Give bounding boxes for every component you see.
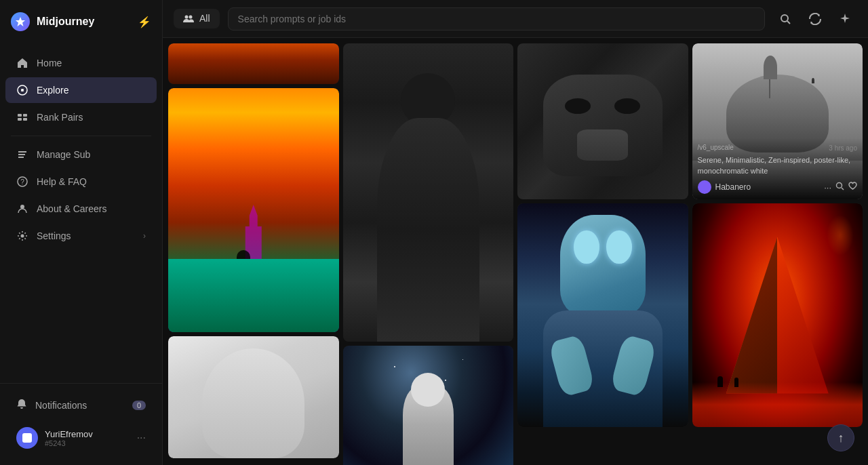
masonry-grid: /v6_upscale 3 hrs ago Serene, Minimalist… bbox=[168, 43, 863, 465]
image-card-stone-face[interactable] bbox=[517, 43, 688, 199]
sidebar-item-settings-label: Settings bbox=[37, 230, 71, 241]
people-icon bbox=[183, 13, 194, 24]
svg-point-9 bbox=[21, 235, 24, 238]
filter-label: All bbox=[199, 13, 210, 24]
svg-rect-10 bbox=[22, 433, 32, 443]
explore-icon bbox=[16, 84, 28, 96]
sidebar-item-home-label: Home bbox=[37, 58, 62, 68]
topbar-actions bbox=[773, 7, 857, 31]
image-card-fantasy-castle[interactable] bbox=[168, 88, 339, 332]
logo-icon bbox=[11, 12, 30, 31]
filter-all-button[interactable]: All bbox=[174, 9, 220, 28]
sidebar-item-manage-sub-label: Manage Sub bbox=[37, 149, 90, 160]
search-button[interactable] bbox=[773, 7, 797, 31]
svg-rect-2 bbox=[18, 114, 22, 117]
sidebar-item-explore[interactable]: Explore bbox=[5, 77, 157, 103]
svg-point-12 bbox=[189, 16, 193, 19]
avatar bbox=[16, 427, 38, 449]
chevron-right-icon: › bbox=[143, 231, 146, 241]
search-input[interactable] bbox=[228, 7, 765, 31]
user-profile[interactable]: YuriEfremov #5243 ··· bbox=[5, 420, 157, 456]
settings-icon bbox=[16, 230, 28, 242]
about-icon bbox=[16, 203, 28, 215]
sidebar-item-rank-pairs-label: Rank Pairs bbox=[37, 112, 83, 123]
svg-point-11 bbox=[185, 16, 189, 19]
more-options-icon[interactable]: ··· bbox=[137, 432, 146, 444]
sidebar: Midjourney ⚡ Home Explore bbox=[0, 0, 163, 465]
image-card-white-statue[interactable] bbox=[168, 336, 339, 458]
app-name: Midjourney bbox=[37, 16, 94, 28]
svg-point-14 bbox=[837, 183, 842, 188]
image-card-astronaut[interactable] bbox=[343, 346, 514, 465]
scroll-up-icon: ↑ bbox=[838, 431, 844, 445]
notifications-item[interactable]: Notifications 0 bbox=[5, 392, 157, 419]
card-username: Habanero bbox=[715, 182, 821, 192]
card-command: /v6_upscale bbox=[698, 144, 734, 151]
help-icon: ? bbox=[16, 176, 28, 188]
card-description: Serene, Minimalistic, Zen-inspired, post… bbox=[698, 155, 858, 176]
bell-icon bbox=[16, 399, 27, 412]
refresh-button[interactable] bbox=[803, 7, 827, 31]
sidebar-item-home[interactable]: Home bbox=[5, 50, 157, 76]
svg-rect-5 bbox=[23, 118, 27, 121]
sidebar-item-manage-sub[interactable]: Manage Sub bbox=[5, 142, 157, 167]
sidebar-item-settings[interactable]: Settings › bbox=[5, 223, 157, 249]
card-timestamp: 3 hrs ago bbox=[829, 144, 857, 152]
card-user-row: Habanero ··· bbox=[698, 180, 858, 194]
svg-point-8 bbox=[20, 205, 24, 209]
sidebar-item-about-careers[interactable]: About & Careers bbox=[5, 196, 157, 222]
gallery: /v6_upscale 3 hrs ago Serene, Minimalist… bbox=[163, 38, 868, 465]
scroll-up-button[interactable]: ↑ bbox=[827, 424, 854, 451]
card-info-overlay: /v6_upscale 3 hrs ago Serene, Minimalist… bbox=[692, 138, 863, 199]
svg-rect-4 bbox=[18, 118, 22, 121]
app-logo[interactable]: Midjourney ⚡ bbox=[0, 0, 162, 43]
lightning-icon: ⚡ bbox=[138, 16, 151, 28]
image-card-floating-island[interactable]: /v6_upscale 3 hrs ago Serene, Minimalist… bbox=[692, 43, 863, 199]
svg-point-1 bbox=[21, 89, 24, 92]
nav-divider-1 bbox=[11, 136, 151, 136]
sidebar-nav: Home Explore Ra bbox=[0, 43, 162, 383]
sidebar-bottom: Notifications 0 YuriEfremov #5243 ··· bbox=[0, 383, 162, 465]
image-card-robed-figure[interactable] bbox=[343, 43, 514, 342]
manage-sub-icon bbox=[16, 148, 28, 161]
sidebar-item-about-label: About & Careers bbox=[37, 203, 107, 214]
main-content: All bbox=[163, 0, 868, 465]
image-card-top-strip[interactable] bbox=[168, 43, 339, 84]
sidebar-item-help-faq[interactable]: ? Help & FAQ bbox=[5, 169, 157, 195]
topbar: All bbox=[163, 0, 868, 38]
card-search-icon[interactable] bbox=[835, 182, 844, 193]
notifications-badge: 0 bbox=[132, 401, 146, 410]
sidebar-item-explore-label: Explore bbox=[37, 85, 68, 96]
card-actions: ··· bbox=[824, 182, 857, 193]
user-id: #5243 bbox=[45, 439, 130, 447]
username: YuriEfremov bbox=[45, 429, 130, 439]
svg-point-13 bbox=[781, 15, 788, 22]
sidebar-item-rank-pairs[interactable]: Rank Pairs bbox=[5, 104, 157, 130]
svg-text:?: ? bbox=[20, 178, 24, 186]
card-user-avatar bbox=[698, 180, 711, 194]
svg-rect-3 bbox=[23, 114, 27, 117]
sidebar-item-help-label: Help & FAQ bbox=[37, 176, 87, 187]
image-card-robot-woman[interactable] bbox=[517, 203, 688, 427]
sparkle-button[interactable] bbox=[833, 7, 857, 31]
image-card-pyramid[interactable] bbox=[692, 203, 863, 427]
card-heart-icon[interactable] bbox=[848, 182, 857, 193]
notifications-label: Notifications bbox=[35, 400, 87, 411]
home-icon bbox=[16, 57, 28, 69]
user-info: YuriEfremov #5243 bbox=[45, 429, 130, 447]
card-more-icon[interactable]: ··· bbox=[824, 182, 831, 193]
rank-pairs-icon bbox=[16, 111, 28, 123]
